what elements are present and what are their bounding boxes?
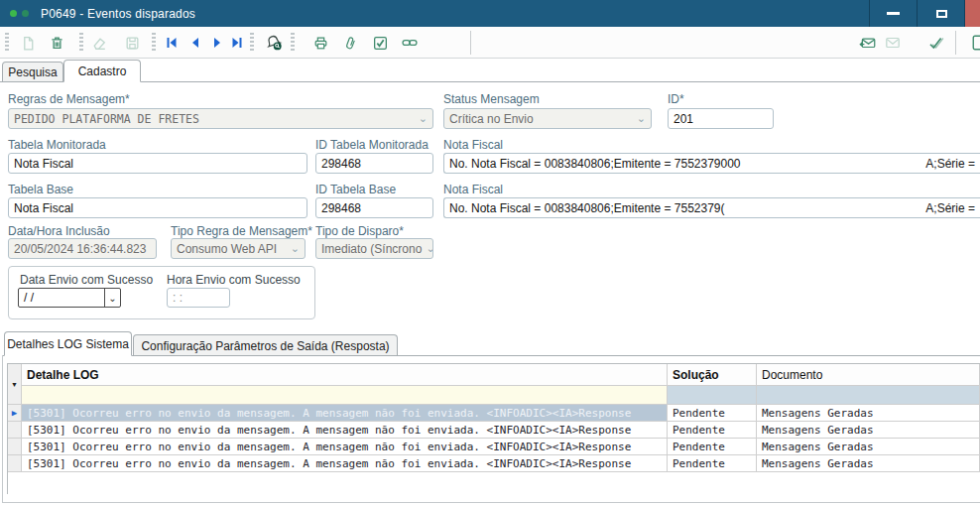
maximize-icon xyxy=(936,10,947,18)
nota-fiscal-1-input[interactable]: No. Nota Fiscal = 0083840806;Emitente = … xyxy=(443,153,980,174)
toolbar-grip[interactable] xyxy=(291,33,295,53)
cell-detalhe[interactable]: [5301] Ocorreu erro no envio da mensagem… xyxy=(22,405,668,422)
main-tabstrip: Pesquisa Cadastro xyxy=(0,59,980,81)
new-record-button[interactable] xyxy=(15,31,41,55)
maximize-button[interactable] xyxy=(919,0,965,27)
next-record-icon xyxy=(209,35,225,51)
table-row[interactable]: [5301] Ocorreu erro no envio da mensagem… xyxy=(8,439,980,455)
delete-record-button[interactable] xyxy=(44,31,69,55)
tab-cadastro[interactable]: Cadastro xyxy=(63,60,141,82)
first-record-icon xyxy=(164,35,180,51)
cell-detalhe[interactable]: [5301] Ocorreu erro no envio da mensagem… xyxy=(22,422,668,439)
column-header-solucao[interactable]: Solução xyxy=(668,364,757,386)
document-icon xyxy=(971,34,980,52)
cell-detalhe[interactable]: [5301] Ocorreu erro no envio da mensagem… xyxy=(22,439,668,455)
validate-button[interactable] xyxy=(922,31,948,55)
filter-cell-documento[interactable] xyxy=(757,386,980,405)
id-tabela-monitorada-input[interactable]: 298468 xyxy=(315,153,433,174)
save-record-button[interactable] xyxy=(119,31,145,55)
hora-envio-input[interactable]: : : xyxy=(167,288,230,308)
data-hora-inclusao-input[interactable]: 20/05/2024 16:36:44.823 xyxy=(8,238,157,259)
toolbar-grip[interactable] xyxy=(5,33,9,53)
calendar-dropdown-icon[interactable] xyxy=(104,289,120,307)
cancel-edit-button[interactable] xyxy=(86,31,112,55)
nota-fiscal-1-label: Nota Fiscal xyxy=(443,138,503,152)
paperclip-icon xyxy=(342,35,359,52)
tab-detalhes-log[interactable]: Detalhes LOG Sistema xyxy=(4,331,132,356)
tipo-regra-combo[interactable]: Consumo Web API xyxy=(171,238,306,259)
toolbar-grip[interactable] xyxy=(250,33,254,53)
tab-pesquisa[interactable]: Pesquisa xyxy=(2,62,63,81)
tipo-disparo-label: Tipo de Disparo* xyxy=(315,224,404,238)
table-row[interactable]: [5301] Ocorreu erro no envio da mensagem… xyxy=(8,422,980,439)
id-tabela-base-input[interactable]: 298468 xyxy=(315,197,433,218)
id-label: ID* xyxy=(668,92,684,106)
nav-last-button[interactable] xyxy=(224,31,250,55)
cell-solucao[interactable]: Pendente xyxy=(668,405,757,422)
id-input[interactable]: 201 xyxy=(668,108,774,129)
nav-first-button[interactable] xyxy=(159,31,184,55)
data-hora-inclusao-label: Data/Hora Inclusão xyxy=(8,224,110,238)
status-label: Status Mensagem xyxy=(443,92,540,106)
page-icon xyxy=(20,35,37,52)
filter-cell-detalhe[interactable] xyxy=(22,386,668,405)
table-row[interactable]: [5301] Ocorreu erro no envio da mensagem… xyxy=(8,455,980,472)
id-tabela-monitorada-label: ID Tabela Monitorada xyxy=(315,138,429,152)
chain-icon xyxy=(401,34,419,52)
chevron-down-icon xyxy=(287,243,300,254)
tab-border xyxy=(0,81,980,82)
cell-solucao[interactable]: Pendente xyxy=(668,439,757,455)
chevron-down-icon xyxy=(415,113,428,124)
cell-detalhe[interactable]: [5301] Ocorreu erro no envio da mensagem… xyxy=(22,455,668,472)
app-dot-icon xyxy=(22,10,29,17)
data-envio-input[interactable]: / / xyxy=(18,288,121,308)
panel-border xyxy=(2,355,3,503)
regras-combo[interactable]: PEDIDO PLATAFORMA DE FRETES xyxy=(8,108,433,129)
cell-documento[interactable]: Mensagens Geradas xyxy=(757,422,980,439)
nota-fiscal-2-input[interactable]: No. Nota Fiscal = 0083840806;Emitente = … xyxy=(443,197,980,218)
toolbar xyxy=(0,27,980,59)
checkbox-icon xyxy=(372,35,389,52)
send-message-button[interactable] xyxy=(855,31,881,55)
column-header-detalhe-log[interactable]: Detalhe LOG xyxy=(22,364,668,386)
toolbar-grip[interactable] xyxy=(79,33,83,53)
document-partial-button[interactable] xyxy=(967,31,980,55)
row-indicator xyxy=(8,422,22,439)
column-header-documento[interactable]: Documento xyxy=(757,364,980,386)
message-button[interactable] xyxy=(880,31,906,55)
attachment-button[interactable] xyxy=(337,31,363,55)
cell-documento[interactable]: Mensagens Geradas xyxy=(757,405,980,422)
app-dot-icon xyxy=(10,10,17,17)
minimize-button[interactable] xyxy=(869,0,918,27)
toolbar-separator xyxy=(470,31,471,55)
print-button[interactable] xyxy=(307,31,333,55)
close-button[interactable] xyxy=(965,0,980,27)
cell-documento[interactable]: Mensagens Geradas xyxy=(757,455,980,472)
hora-envio-label: Hora Envio com Sucesso xyxy=(167,273,301,287)
cell-solucao[interactable]: Pendente xyxy=(668,422,757,439)
lower-tab-border xyxy=(2,355,980,356)
regras-label: Regras de Mensagem* xyxy=(8,92,130,106)
table-row[interactable]: [5301] Ocorreu erro no envio da mensagem… xyxy=(8,405,980,422)
check-icon xyxy=(926,34,944,52)
status-combo[interactable]: Crítica no Envio xyxy=(443,108,652,129)
toolbar-separator xyxy=(955,31,956,55)
toolbar-grip[interactable] xyxy=(152,33,156,53)
tab-config-parametros[interactable]: Configuração Parâmetros de Saída (Respos… xyxy=(133,334,398,356)
tabela-monitorada-input[interactable]: Nota Fiscal xyxy=(8,153,307,174)
log-grid: Detalhe LOG Solução Documento [5301] Oco… xyxy=(7,363,980,494)
trash-icon xyxy=(49,35,65,52)
grid-corner-dropdown[interactable] xyxy=(8,364,22,405)
filter-cell-solucao[interactable] xyxy=(668,386,757,405)
floppy-icon xyxy=(124,35,141,52)
link-button[interactable] xyxy=(397,31,423,55)
cell-documento[interactable]: Mensagens Geradas xyxy=(757,439,980,455)
cell-solucao[interactable]: Pendente xyxy=(668,455,757,472)
confirm-button[interactable] xyxy=(367,31,393,55)
eraser-icon xyxy=(91,35,108,52)
search-events-button[interactable] xyxy=(261,31,287,55)
tabela-base-input[interactable]: Nota Fiscal xyxy=(8,197,307,218)
nota-fiscal-2-label: Nota Fiscal xyxy=(443,183,503,196)
tipo-disparo-combo[interactable]: Imediato (Síncrono xyxy=(315,238,433,259)
data-envio-label: Data Envio com Sucesso xyxy=(20,273,153,287)
